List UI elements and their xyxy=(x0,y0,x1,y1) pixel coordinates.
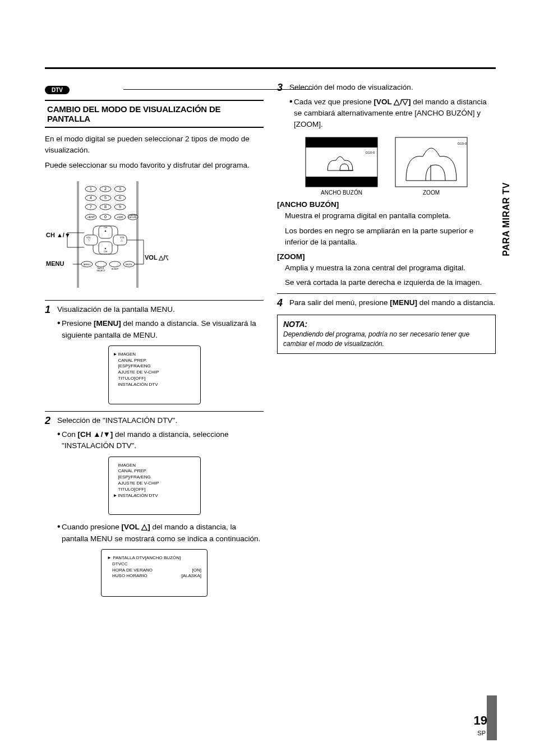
svg-text:D10-0: D10-0 xyxy=(458,142,467,145)
mode-ancho-title: [ANCHO BUZÓN] xyxy=(277,200,496,209)
side-section-tab: PARA MIRAR TV xyxy=(501,182,511,256)
step-number: 4 xyxy=(277,297,289,310)
svg-text:CH: CH xyxy=(104,226,107,229)
menu-screen-1: ►IMAGEN CANAL PREP. [ESP]/FRA/ENG AJUSTE… xyxy=(108,345,201,404)
right-column: 3 Selección del modo de visualización. •… xyxy=(277,82,496,603)
svg-rect-65 xyxy=(306,137,377,147)
mode-ancho-p1: Muestra el programa digital en pantalla … xyxy=(285,210,496,222)
step-4-text: Para salir del menú, presione [MENU] del… xyxy=(289,297,496,310)
svg-text:VOL △/▽: VOL △/▽ xyxy=(145,254,168,261)
svg-text:8: 8 xyxy=(104,205,107,209)
svg-text:CH ▲/▼: CH ▲/▼ xyxy=(46,232,71,238)
step-number: 1 xyxy=(45,304,57,316)
svg-text:VOL: VOL xyxy=(120,236,125,239)
left-column: DTV CAMBIO DEL MODO DE VISUALIZACIÓN DE … xyxy=(45,82,264,603)
side-stripe xyxy=(487,695,497,740)
section-title: CAMBIO DEL MODO DE VISUALIZACIÓN DE PANT… xyxy=(45,100,264,128)
svg-text:SELECT: SELECT xyxy=(96,269,105,272)
step-2: 2 Selección de "INSTALACIÓN DTV". xyxy=(45,415,264,427)
svg-text:RETURN: RETURN xyxy=(128,216,137,219)
step-1: 1 Visualización de la pantalla MENU. xyxy=(45,304,264,316)
svg-text:6: 6 xyxy=(119,196,121,200)
svg-text:+100: +100 xyxy=(117,215,123,219)
step-3-title: Selección del modo de visualización. xyxy=(289,82,496,94)
svg-text:4: 4 xyxy=(90,196,92,200)
dtv-line xyxy=(123,89,312,90)
svg-rect-66 xyxy=(306,177,377,187)
svg-text:MENU: MENU xyxy=(84,263,90,266)
mode-zoom-title: [ZOOM] xyxy=(277,252,496,261)
svg-point-45 xyxy=(95,261,107,267)
svg-text:3: 3 xyxy=(119,187,121,191)
svg-text:2: 2 xyxy=(104,187,107,191)
mode-ancho-p2: Los bordes en negro se ampliarán en la p… xyxy=(285,225,496,248)
illus-label-zoom: ZOOM xyxy=(395,190,468,196)
manual-page: PARA MIRAR TV 19 SP DTV CAMBIO DEL MODO … xyxy=(0,0,535,756)
intro-1: En el modo digital se pueden seleccionar… xyxy=(45,133,264,155)
mode-zoom-p2: Se verá cortada la parte derecha e izqui… xyxy=(285,277,496,288)
svg-text:SLEEP: SLEEP xyxy=(112,268,119,270)
svg-point-46 xyxy=(109,261,121,267)
step-2-bullet-2: • Cuando presione [VOL △] del mando a di… xyxy=(57,522,264,545)
svg-text:9: 9 xyxy=(119,205,121,209)
step-1-title: Visualización de la pantalla MENU. xyxy=(57,304,264,316)
svg-text:MUTE: MUTE xyxy=(126,263,132,266)
step-1-bullet: • Presione [MENU] del mando a distancia.… xyxy=(57,318,264,341)
step-2-bullet-1: • Con [CH ▲/▼] del mando a distancia, se… xyxy=(57,429,264,452)
zoom-illus: D10-0 xyxy=(395,137,468,187)
step-3: 3 Selección del modo de visualización. xyxy=(277,82,496,94)
intro-2: Puede seleccionar su modo favorito y dis… xyxy=(45,160,264,171)
svg-text:CH: CH xyxy=(104,250,107,253)
note-box: NOTA: Dependiendo del programa, podría n… xyxy=(277,315,496,354)
svg-text:0: 0 xyxy=(104,215,107,219)
display-mode-illustrations: D10-0 ANCHO BUZÓN D10-0 ZOOM xyxy=(277,137,496,196)
page-sp-label: SP xyxy=(477,730,486,736)
svg-text:▲: ▲ xyxy=(104,229,107,232)
svg-text:1: 1 xyxy=(90,187,92,191)
step-3-bullet: • Cada vez que presione [VOL △/▽] del ma… xyxy=(289,96,496,131)
svg-text:VOL: VOL xyxy=(86,236,91,239)
step-4: 4 Para salir del menú, presione [MENU] d… xyxy=(277,297,496,310)
step-number: 3 xyxy=(277,82,289,94)
svg-text:D10-0: D10-0 xyxy=(366,151,375,154)
mode-zoom-p1: Amplia y muestra la zona central del pro… xyxy=(285,262,496,274)
illus-label-ancho: ANCHO BUZÓN xyxy=(305,190,378,196)
dtv-menu-screen: ► PANTALLA DTV[ANCHO BUZÓN] DTVCC HORA D… xyxy=(101,549,207,597)
svg-text:5: 5 xyxy=(104,196,107,200)
remote-diagram: 123 456 789 0 –/ENT +100 CHANNEL RETURN xyxy=(45,181,168,288)
step-2-title: Selección de "INSTALACIÓN DTV". xyxy=(57,415,264,427)
step-number: 2 xyxy=(45,415,57,427)
ancho-buzon-illus: D10-0 xyxy=(305,137,378,187)
svg-text:–/ENT: –/ENT xyxy=(87,215,95,219)
note-title: NOTA: xyxy=(283,320,490,329)
svg-text:7: 7 xyxy=(90,205,92,209)
svg-text:MENU: MENU xyxy=(46,260,64,267)
note-body: Dependiendo del programa, podría no ser … xyxy=(283,330,490,349)
dtv-badge: DTV xyxy=(45,86,70,94)
top-rule xyxy=(45,67,496,69)
page-number: 19 xyxy=(474,713,487,728)
menu-screen-2: IMAGEN CANAL PREP. [ESP]/FRA/ENG AJUSTE … xyxy=(108,457,201,515)
